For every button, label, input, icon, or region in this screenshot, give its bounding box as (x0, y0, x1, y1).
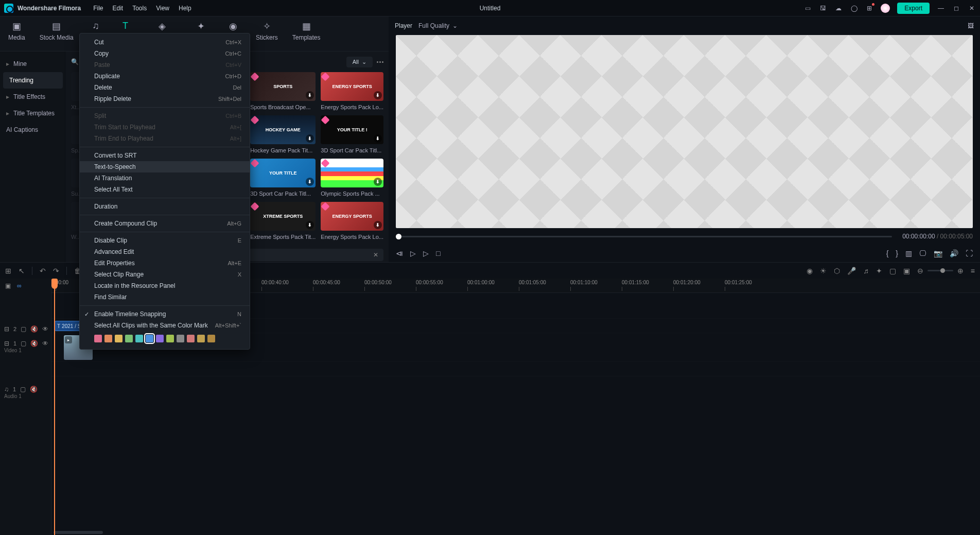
menu-item-find-similar[interactable]: Find Similar (80, 291, 250, 303)
asset-card[interactable]: XTREME SPORTS⬇Extreme Sports Pack Tit... (250, 202, 316, 240)
asset-card[interactable]: YOUR TITLE !⬇3D Sport Car Pack Titl... (321, 115, 383, 153)
preview-scrubber[interactable]: 00:00:00:00 / 00:00:05:00 (396, 231, 973, 241)
save-icon[interactable]: 🖫 (819, 4, 827, 12)
menu-item-ai-translation[interactable]: AI Translation (80, 172, 250, 184)
download-icon[interactable]: ⬇ (306, 178, 314, 186)
color-swatch[interactable] (207, 335, 215, 342)
snapshot-button[interactable]: 📷 (934, 249, 942, 257)
filter-dropdown[interactable]: All⌄ (346, 57, 373, 67)
mute-icon[interactable]: 🔇 (30, 340, 38, 347)
menu-view[interactable]: View (156, 5, 169, 12)
render-icon[interactable]: ▣ (903, 267, 910, 275)
menu-item-delete[interactable]: DeleteDel (80, 82, 250, 93)
voice-icon[interactable]: 🎤 (847, 267, 856, 275)
mark-in-icon[interactable]: { (886, 249, 889, 257)
download-icon[interactable]: ⬇ (306, 134, 314, 143)
music-icon[interactable]: ♬ (863, 267, 869, 275)
asset-card[interactable]: ⬇Olympic Sports Pack ... (321, 159, 383, 197)
quality-dropdown[interactable]: Full Quality⌄ (418, 22, 458, 29)
fullscreen-icon[interactable]: ⛶ (966, 249, 973, 257)
color-swatch[interactable] (197, 335, 205, 342)
mark-out-icon[interactable]: } (896, 249, 898, 257)
preview-canvas[interactable] (396, 35, 973, 228)
menu-item-ripple-delete[interactable]: Ripple DeleteShift+Del (80, 93, 250, 105)
sidebar-item-mine[interactable]: ▸Mine (0, 56, 66, 72)
color-swatch[interactable] (115, 335, 122, 342)
menu-help[interactable]: Help (179, 5, 191, 12)
tab-templates[interactable]: ▦Templates (292, 21, 321, 51)
next-frame-button[interactable]: ▷ (423, 249, 429, 257)
bell-icon[interactable]: ◯ (850, 4, 858, 12)
menu-item-copy[interactable]: CopyCtrl+C (80, 48, 250, 59)
color-swatch[interactable] (166, 335, 174, 342)
zoom-slider[interactable] (927, 270, 953, 271)
layout-icon[interactable]: ▭ (803, 4, 812, 12)
sidebar-item-trending[interactable]: Trending (3, 72, 63, 89)
menu-item-cut[interactable]: CutCtrl+X (80, 37, 250, 48)
menu-item-create-compound-clip[interactable]: Create Compound ClipAlt+G (80, 218, 250, 229)
lock-icon[interactable]: ▢ (20, 386, 26, 393)
dashboard-icon[interactable]: ⊞ (5, 267, 11, 275)
search-icon[interactable]: 🔍 (71, 58, 79, 65)
track-header-title[interactable]: ⊟2▢🔇👁 (0, 322, 51, 336)
compare-icon[interactable]: ▥ (905, 249, 912, 257)
color-swatch[interactable] (104, 335, 112, 342)
sidebar-item-title-templates[interactable]: ▸Title Templates (0, 105, 66, 122)
snapshot-icon[interactable]: 🖼 (968, 22, 974, 29)
player-label[interactable]: Player (395, 22, 412, 29)
asset-card[interactable]: ENERGY SPORTS⬇Energy Sports Pack Lo... (321, 72, 383, 110)
menu-edit[interactable]: Edit (112, 5, 123, 12)
menu-item-duplicate[interactable]: DuplicateCtrl+D (80, 71, 250, 82)
zoom-out-button[interactable]: ⊖ (917, 267, 923, 275)
menu-file[interactable]: File (93, 5, 103, 12)
menu-tools[interactable]: Tools (132, 5, 147, 12)
crop-pan-icon[interactable]: ▢ (889, 267, 896, 275)
download-icon[interactable]: ⬇ (374, 178, 382, 186)
menu-item-select-all-text[interactable]: Select All Text (80, 184, 250, 195)
cloud-icon[interactable]: ☁ (834, 4, 843, 12)
color-swatch[interactable] (146, 335, 153, 342)
mute-icon[interactable]: 🔇 (30, 325, 38, 333)
audio-track[interactable] (51, 362, 980, 376)
maximize-icon[interactable]: ◻ (952, 4, 960, 12)
download-icon[interactable]: ⬇ (306, 221, 314, 229)
apps-icon[interactable]: ⊞ (865, 4, 873, 12)
pointer-icon[interactable]: ↖ (19, 267, 25, 275)
menu-item-convert-to-srt[interactable]: Convert to SRT (80, 150, 250, 161)
menu-item-duration[interactable]: Duration (80, 201, 250, 212)
tab-stock-media[interactable]: ▤Stock Media (40, 21, 74, 51)
visibility-icon[interactable]: 👁 (42, 325, 48, 333)
display-icon[interactable]: 🖵 (919, 249, 926, 257)
redo-button[interactable]: ↷ (53, 267, 59, 275)
download-icon[interactable]: ⬇ (306, 91, 314, 99)
timeline-settings-icon[interactable]: ≡ (971, 267, 975, 275)
color-icon[interactable]: ☀ (820, 267, 827, 275)
sidebar-item-ai-captions[interactable]: AI Captions (0, 122, 66, 138)
download-icon[interactable]: ⬇ (374, 91, 382, 99)
horizontal-scrollbar[interactable] (51, 531, 980, 534)
asset-card[interactable]: ENERGY SPORTS⬇Energy Sports Pack Lo... (321, 202, 383, 240)
menu-item-locate-in-the-resource-panel[interactable]: Locate in the Resource Panel (80, 280, 250, 291)
lock-icon[interactable]: ▢ (21, 340, 26, 347)
lock-icon[interactable]: ▢ (21, 325, 26, 333)
user-avatar[interactable] (881, 4, 890, 13)
color-swatch[interactable] (125, 335, 133, 342)
asset-card[interactable]: YOUR TITLE⬇3D Sport Car Pack Titl... (250, 159, 316, 197)
asset-card[interactable]: HOCKEY GAME⬇Hockey Game Pack Tit... (250, 115, 316, 153)
tab-media[interactable]: ▣Media (8, 21, 25, 51)
menu-item-edit-properties[interactable]: Edit PropertiesAlt+E (80, 257, 250, 269)
color-swatch[interactable] (135, 335, 143, 342)
color-swatch[interactable] (156, 335, 164, 342)
menu-item-text-to-speech[interactable]: Text-to-Speech (80, 161, 250, 172)
undo-button[interactable]: ↶ (40, 267, 46, 275)
track-header-video[interactable] (0, 353, 51, 382)
magnet-icon[interactable]: ▣ (5, 282, 11, 289)
stop-button[interactable]: □ (436, 249, 440, 257)
mute-icon[interactable]: 🔇 (30, 386, 38, 393)
visibility-icon[interactable]: 👁 (42, 340, 48, 347)
tab-stickers[interactable]: ✧Stickers (256, 21, 278, 51)
volume-icon[interactable]: 🔊 (950, 249, 958, 257)
export-button[interactable]: Export (897, 3, 930, 14)
asset-card[interactable]: SPORTS⬇Sports Broadcast Ope... (250, 72, 316, 110)
color-swatch[interactable] (94, 335, 102, 342)
